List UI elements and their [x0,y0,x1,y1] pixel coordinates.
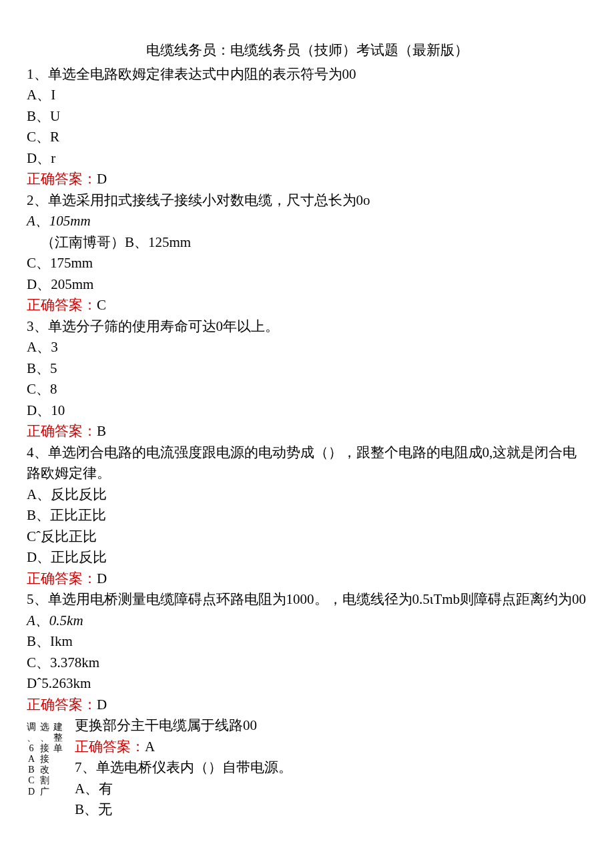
q4-stem: 4、单选闭合电路的电流强度跟电源的电动势成（），跟整个电路的电阻成0,这就是闭合… [27,442,587,484]
q5-answer: 正确答案：D [27,695,587,716]
q4-opt-b: B、正比正比 [27,505,587,526]
vc2-4: 改 [40,765,49,775]
q1-answer-val: D [97,171,107,187]
vc1-0: 调 [27,722,36,733]
vc2-0: 选 [40,722,49,733]
vc1-6: D [27,787,36,797]
b-row3: 7、单选电桥仪表内（）自带电源。 [75,757,292,779]
b-row1: 更换部分主干电缆属于线路00 [75,715,292,737]
answer-label: 正确答案： [27,171,97,187]
answer-label: 正确答案： [27,570,97,586]
q3-opt-a: A、3 [27,337,587,358]
q3-answer-val: B [97,423,106,439]
q3-opt-c: C、8 [27,379,587,400]
bottom-right: 更换部分主干电缆属于线路00 正确答案：A 7、单选电桥仪表内（）自带电源。 A… [63,715,292,821]
q4-answer: 正确答案：D [27,568,587,590]
q1-opt-b: B、U [27,106,587,127]
answer-label: 正确答案： [27,297,97,313]
q3-stem: 3、单选分子筛的使用寿命可达0年以上。 [27,316,587,338]
vc1-3: A [27,754,36,765]
q1-opt-c: C、R [27,127,587,148]
q5-answer-val: D [97,697,107,713]
q2-stem: 2、单选采用扣式接线子接续小对数电缆，尺寸总长为0o [27,190,587,211]
b-row4: A、有 [75,779,292,800]
page-title: 电缆线务员：电缆线务员（技师）考试题（最新版） [27,40,587,61]
vcol3: 建 整 单 [53,715,63,754]
vc1-1: 、 [27,733,36,743]
q5-opt-d: Dˆ5.263km [27,673,587,695]
vcol1: 调 、 6 A B C D [27,715,36,797]
q1-stem: 1、单选全电路欧姆定律表达式中内阻的表示符号为00 [27,64,587,85]
q2-note: （江南博哥）B、125mm [27,232,587,254]
vc1-2: 6 [27,743,36,754]
q5-opt-b: B、Ikm [27,631,587,653]
b-row5: B、无 [75,799,292,821]
b-row2: 正确答案：A [75,737,292,758]
answer-label: 正确答案： [75,739,145,755]
vc3-4: 整 [53,733,63,743]
vc2-2: 接 [40,743,49,754]
q2-opt-d: D、205mm [27,274,587,296]
q1-opt-d: D、r [27,148,587,169]
q5-opt-c: C、3.378km [27,653,587,674]
answer-label: 正确答案： [27,423,97,439]
vc3-6: 单 [53,743,63,754]
b-row2-ans: A [145,739,155,755]
q2-opt-a: A、105mm [27,211,587,232]
q2-answer: 正确答案：C [27,295,587,316]
vc2-3: 接 [40,754,49,765]
q3-opt-d: D、10 [27,400,587,422]
q4-opt-d: D、正比反比 [27,547,587,568]
q4-opt-a: A、反比反比 [27,484,587,506]
bottom-block: 调 、 6 A B C D 选 、 接 接 改 割 广 建 整 单 更换部分主干… [27,715,587,821]
q1-answer: 正确答案：D [27,169,587,190]
q3-opt-b: B、5 [27,358,587,380]
vc2-5: 割 [40,775,49,786]
vc1-5: C [27,775,36,786]
q1-opt-a: A、I [27,85,587,106]
vcol2: 选 、 接 接 改 割 广 [40,715,49,797]
q3-answer: 正确答案：B [27,421,587,442]
q5-stem: 5、单选用电桥测量电缆障碍点环路电阻为1000。，电缆线径为0.5ιTmb则障碍… [27,589,587,610]
q4-answer-val: D [97,570,107,586]
q4-opt-c: Cˆ反比正比 [27,526,587,548]
vc3-2: 建 [53,722,63,733]
vc1-4: B [27,765,36,775]
q2-opt-c: C、175mm [27,253,587,274]
q5-opt-a: A、0.5km [27,610,587,632]
answer-label: 正确答案： [27,697,97,713]
q2-answer-val: C [97,297,106,313]
vc2-6: 广 [40,787,49,797]
vc2-1: 、 [40,733,49,743]
